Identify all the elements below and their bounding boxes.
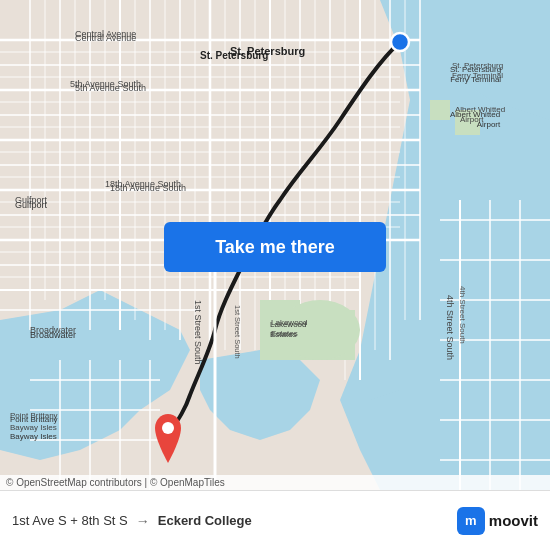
take-me-there-button[interactable]: Take me there <box>164 222 386 272</box>
st-petersburg-label: St. Petersburg <box>200 50 268 61</box>
fourth-st-label: 4th Street South <box>445 295 455 360</box>
gulfport-label: Gulfport <box>15 200 47 210</box>
destination-label: Eckerd College <box>158 513 252 528</box>
moovit-logo: m moovit <box>457 507 538 535</box>
eighteenth-ave-label: 18th Avenue South <box>110 183 186 193</box>
svg-marker-2 <box>200 350 320 440</box>
route-info: 1st Ave S + 8th St S → Eckerd College <box>12 513 457 529</box>
map-attribution: © OpenStreetMap contributors | © OpenMap… <box>0 475 550 490</box>
fifth-ave-label: 5th Avenue South <box>75 83 146 93</box>
bottom-bar: 1st Ave S + 8th St S → Eckerd College m … <box>0 490 550 550</box>
origin-label: 1st Ave S + 8th St S <box>12 513 128 528</box>
map-container: Central Avenue 5th Avenue South 18th Ave… <box>0 0 550 490</box>
route-arrow-icon: → <box>136 513 150 529</box>
albert-whitted-label: Albert WhittedAirport <box>450 110 500 131</box>
svg-point-79 <box>162 422 174 434</box>
svg-point-78 <box>391 33 409 51</box>
broadwater-label: Broadwater <box>30 330 76 340</box>
first-st-label: 1st Street South <box>193 300 203 365</box>
lakewood-label: LakewoodEstates <box>270 320 306 341</box>
moovit-brand-name: moovit <box>489 512 538 529</box>
bayway-isles-label: Bayway Isles <box>10 432 57 441</box>
moovit-icon: m <box>457 507 485 535</box>
svg-rect-58 <box>430 100 450 120</box>
point-brittany-label: Point Brittany <box>10 415 58 424</box>
ferry-terminal-label: St. PetersburgFerry Terminal <box>450 65 501 86</box>
central-avenue-label: Central Avenue <box>75 33 136 43</box>
